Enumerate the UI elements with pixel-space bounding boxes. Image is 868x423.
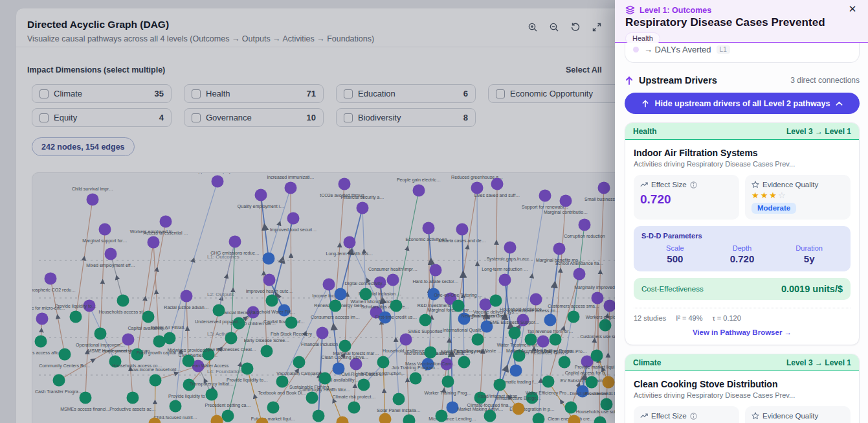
trend-icon bbox=[640, 181, 648, 189]
hide-upstream-drivers-button[interactable]: Hide upstream drivers of all Level 2 pat… bbox=[625, 93, 860, 114]
star-icon: ☆ bbox=[778, 190, 787, 200]
driver-card-header: Health Level 3 → Level 1 bbox=[625, 123, 859, 140]
study-meta-row: 12 studies I² = 49% τ = 0.120 bbox=[634, 308, 851, 322]
tau-value: τ = 0.120 bbox=[712, 314, 740, 322]
effect-size-value: 0.720 bbox=[640, 192, 733, 207]
upstream-count: 3 direct connections bbox=[790, 76, 860, 85]
driver-subtitle: Activities driving Respiratory Disease C… bbox=[634, 391, 851, 399]
close-button[interactable]: ✕ bbox=[845, 2, 860, 16]
evidence-quality-label: Evidence Quality bbox=[762, 181, 818, 189]
sdd-parameters-box: S-D-D Parameters Scale 500 Depth 0.720 D… bbox=[634, 226, 851, 271]
info-icon[interactable] bbox=[690, 413, 697, 420]
star-icon bbox=[751, 181, 759, 189]
node-detail-panel: Level 1: Outcomes Respiratory Disease Ca… bbox=[615, 0, 868, 423]
downstream-connections-card: → DALYs Averted L1 bbox=[625, 43, 860, 63]
sdd-scale: Scale 500 bbox=[641, 244, 709, 264]
level-badge: L1 bbox=[717, 45, 730, 54]
cost-effectiveness-row: Cost-Effectiveness 0.0019 units/$ bbox=[634, 278, 851, 300]
panel-body[interactable]: → DALYs Averted L1 Upstream Drivers 3 di… bbox=[615, 43, 868, 423]
star-icon: ★ bbox=[769, 190, 778, 200]
effect-size-label: Effect Size bbox=[651, 412, 687, 420]
layers-icon bbox=[625, 5, 635, 15]
driver-subtitle: Activities driving Respiratory Disease C… bbox=[634, 160, 851, 168]
node-dot-icon bbox=[633, 47, 639, 52]
cost-value: 0.0019 units/$ bbox=[781, 284, 843, 294]
driver-dimension: Health bbox=[633, 127, 657, 136]
connection-row[interactable]: → DALYs Averted L1 bbox=[633, 45, 851, 54]
driver-title: Clean Cooking Stove Distribution bbox=[634, 379, 851, 389]
evidence-badge: Moderate bbox=[751, 203, 796, 214]
star-icon: ★ bbox=[761, 190, 770, 200]
panel-header: Level 1: Outcomes Respiratory Disease Ca… bbox=[615, 0, 868, 43]
evidence-stars: ★★★☆ bbox=[751, 190, 844, 200]
upstream-title: Upstream Drivers bbox=[639, 75, 717, 86]
chevron-up-icon bbox=[836, 101, 843, 106]
driver-card-health: Health Level 3 → Level 1 Indoor Air Filt… bbox=[625, 122, 860, 345]
effect-size-box: Effect Size bbox=[634, 406, 739, 423]
studies-count: 12 studies bbox=[634, 314, 666, 322]
effect-size-label: Effect Size bbox=[651, 181, 687, 189]
star-icon bbox=[751, 412, 759, 420]
level-label: Level 1: Outcomes bbox=[640, 6, 711, 15]
arrow-up-icon bbox=[641, 99, 649, 108]
i-squared-value: I² = 49% bbox=[676, 314, 702, 322]
node-title: Respiratory Disease Cases Prevented bbox=[625, 16, 858, 29]
upstream-drivers-heading: Upstream Drivers 3 direct connections bbox=[625, 75, 860, 86]
driver-title: Indoor Air Filtration Systems bbox=[634, 148, 851, 158]
effect-size-box: Effect Size 0.720 bbox=[634, 175, 739, 220]
driver-dimension: Climate bbox=[633, 358, 661, 367]
evidence-quality-box: Evidence Quality ★★★☆ Moderate bbox=[745, 175, 851, 220]
sdd-duration: Duration 5y bbox=[775, 244, 843, 264]
driver-card-climate: Climate Level 3 → Level 1 Clean Cooking … bbox=[625, 354, 860, 423]
arrow-up-icon bbox=[625, 76, 634, 86]
cost-label: Cost-Effectiveness bbox=[641, 285, 704, 293]
star-icon: ★ bbox=[751, 190, 761, 200]
view-pathway-link[interactable]: View in Pathway Browser → bbox=[634, 328, 851, 336]
info-icon[interactable] bbox=[690, 181, 697, 189]
connection-label: → DALYs Averted bbox=[644, 45, 711, 54]
driver-card-header: Climate Level 3 → Level 1 bbox=[625, 354, 859, 371]
sdd-depth: Depth 0.720 bbox=[709, 244, 776, 264]
toggle-button-label: Hide upstream drivers of all Level 2 pat… bbox=[655, 99, 830, 108]
driver-level-path: Level 3 → Level 1 bbox=[786, 127, 851, 136]
trend-icon bbox=[640, 412, 648, 420]
evidence-quality-label: Evidence Quality bbox=[762, 412, 818, 420]
sdd-label: S-D-D Parameters bbox=[641, 232, 843, 240]
evidence-quality-box: Evidence Quality bbox=[745, 406, 851, 423]
driver-level-path: Level 3 → Level 1 bbox=[786, 358, 851, 367]
